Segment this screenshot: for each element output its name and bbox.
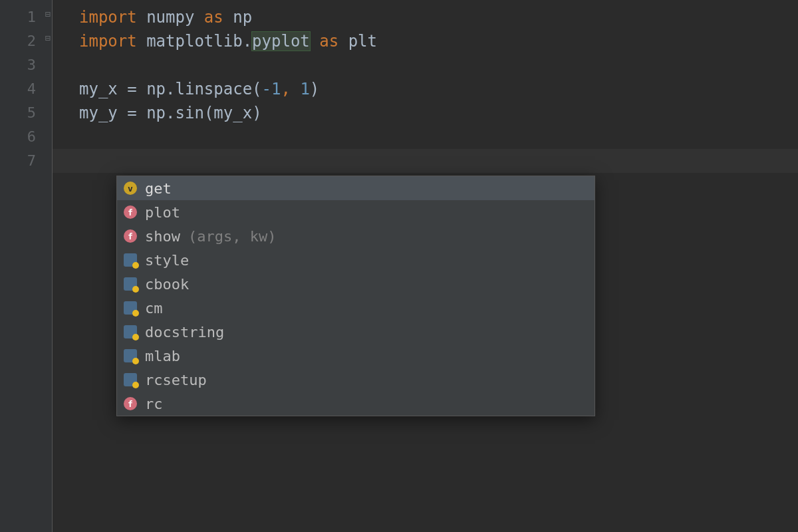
function-icon: f bbox=[124, 229, 137, 243]
code-line[interactable] bbox=[79, 125, 798, 149]
code-line[interactable]: import matplotlib.pyplot as plt bbox=[79, 29, 798, 53]
completion-label: rc bbox=[145, 396, 163, 412]
line-number: 5 bbox=[0, 101, 52, 125]
variable-icon: v bbox=[124, 182, 137, 195]
completion-item[interactable]: vget bbox=[117, 176, 595, 200]
completion-label: mlab bbox=[145, 348, 180, 364]
completion-label: rcsetup bbox=[145, 372, 207, 388]
completion-label: style bbox=[145, 252, 189, 269]
code-line[interactable] bbox=[79, 53, 798, 77]
line-number: 4 bbox=[0, 77, 52, 101]
module-icon bbox=[124, 301, 137, 315]
module-icon bbox=[124, 253, 137, 267]
autocomplete-popup[interactable]: vgetfplotfshow(args, kw)stylecbookcmdocs… bbox=[116, 176, 595, 416]
module-icon bbox=[124, 325, 137, 338]
code-line[interactable]: my_y = np.sin(my_x) bbox=[79, 101, 798, 125]
completion-item[interactable]: fplot bbox=[117, 200, 595, 224]
completion-label: show bbox=[145, 228, 180, 245]
function-icon: f bbox=[124, 205, 137, 219]
completion-label: docstring bbox=[145, 324, 224, 340]
completion-label: cm bbox=[145, 300, 163, 317]
module-icon bbox=[124, 349, 137, 362]
line-number: 6 bbox=[0, 125, 52, 149]
code-line[interactable]: import numpy as np bbox=[79, 5, 798, 29]
completion-label: get bbox=[145, 180, 172, 197]
line-number: 3 bbox=[0, 53, 52, 77]
gutter: 1 2 3 4 5 6 7 ⊟ ⊟ bbox=[0, 0, 52, 532]
completion-label: cbook bbox=[145, 276, 189, 293]
completion-params: (args, kw) bbox=[188, 228, 276, 245]
completion-item[interactable]: frc bbox=[117, 392, 595, 416]
line-number: 7 bbox=[0, 149, 52, 173]
current-line-highlight bbox=[53, 149, 798, 173]
function-icon: f bbox=[124, 397, 137, 410]
code-line[interactable]: my_x = np.linspace(-1, 1) bbox=[79, 77, 798, 101]
fold-handle-icon[interactable]: ⊟ bbox=[41, 9, 51, 19]
completion-item[interactable]: fshow(args, kw) bbox=[117, 224, 595, 248]
completion-item[interactable]: docstring bbox=[117, 320, 595, 344]
completion-item[interactable]: rcsetup bbox=[117, 368, 595, 392]
module-icon bbox=[124, 373, 137, 386]
code-editor[interactable]: import numpy as np import matplotlib.pyp… bbox=[52, 0, 798, 532]
completion-item[interactable]: mlab bbox=[117, 344, 595, 368]
module-icon bbox=[124, 277, 137, 291]
fold-handle-icon[interactable]: ⊟ bbox=[41, 33, 51, 43]
completion-item[interactable]: cm bbox=[117, 296, 595, 320]
completion-label: plot bbox=[145, 204, 180, 221]
completion-item[interactable]: cbook bbox=[117, 272, 595, 296]
completion-item[interactable]: style bbox=[117, 248, 595, 272]
